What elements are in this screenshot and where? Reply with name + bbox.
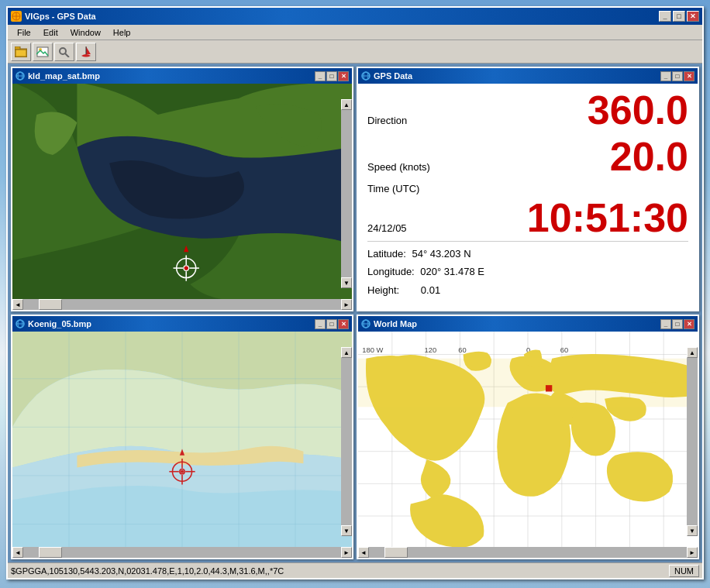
desktop: VIGps - GPS Data _ □ ✕ File Edit Window … xyxy=(0,0,710,588)
sat-map-canvas[interactable] xyxy=(12,84,352,299)
world-vtrack[interactable] xyxy=(687,358,698,525)
longitude-row: Longitude: 020° 31.478 E xyxy=(367,263,688,280)
image-button[interactable] xyxy=(33,43,53,61)
sat-map-scroll-down[interactable]: ▼ xyxy=(341,277,352,288)
world-htrack[interactable] xyxy=(369,547,687,558)
sat-map-close[interactable]: ✕ xyxy=(338,71,349,81)
koenig-map-canvas[interactable] xyxy=(12,332,352,547)
gps-data-minimize[interactable]: _ xyxy=(660,71,671,81)
world-hthumb[interactable] xyxy=(384,547,408,558)
koenig-scroll-right[interactable]: ► xyxy=(341,547,352,558)
koenig-scroll-down[interactable]: ▼ xyxy=(341,525,352,536)
gps-data-maximize[interactable]: □ xyxy=(672,71,683,81)
world-map-titlebar: World Map _ □ ✕ xyxy=(358,316,698,332)
sat-map-maximize[interactable]: □ xyxy=(326,71,337,81)
menu-edit[interactable]: Edit xyxy=(37,26,64,39)
world-map-icon xyxy=(361,319,371,328)
height-label: Height: xyxy=(367,284,399,296)
boat-button[interactable] xyxy=(76,43,96,61)
world-map-close[interactable]: ✕ xyxy=(684,319,694,329)
sat-map-scroll-right[interactable]: ► xyxy=(341,299,352,310)
world-map-maximize[interactable]: □ xyxy=(672,319,683,329)
time-section: Time (UTC) 24/12/05 10:51:30 xyxy=(367,183,688,238)
open-folder-button[interactable] xyxy=(11,43,31,61)
titlebar-controls: _ □ ✕ xyxy=(659,11,699,22)
direction-value: 360.0 xyxy=(588,90,688,130)
koenig-map-title: Koenig_05.bmp xyxy=(28,319,91,328)
sat-map-hscrollbar: ◄ ► xyxy=(12,299,352,310)
sat-map-title: kld_map_sat.bmp xyxy=(28,71,100,81)
svg-marker-10 xyxy=(86,46,91,54)
koenig-map-inner: ▲ ▼ xyxy=(12,332,352,547)
sat-map-vtrack[interactable] xyxy=(341,110,352,277)
koenig-map-window: Koenig_05.bmp _ □ ✕ xyxy=(11,315,353,559)
world-scroll-right[interactable]: ► xyxy=(687,547,698,558)
menu-file[interactable]: File xyxy=(11,26,37,39)
sat-map-hthumb[interactable] xyxy=(39,299,62,310)
world-scroll-up[interactable]: ▲ xyxy=(687,347,698,358)
koenig-map-close[interactable]: ✕ xyxy=(338,319,349,329)
content-area: kld_map_sat.bmp _ □ ✕ xyxy=(8,64,702,562)
speed-value: 20.0 xyxy=(610,136,688,177)
statusbar: $GPGGA,105130,5443.203,N,02031.478,E,1,1… xyxy=(8,562,702,578)
main-title: VIGps - GPS Data xyxy=(25,12,96,21)
sat-map-titlebar: kld_map_sat.bmp _ □ ✕ xyxy=(12,68,352,84)
minimize-button[interactable]: _ xyxy=(659,11,671,22)
menu-help[interactable]: Help xyxy=(107,26,137,39)
svg-text:120: 120 xyxy=(425,346,437,354)
sat-map-htrack[interactable] xyxy=(23,299,341,310)
koenig-map-maximize[interactable]: □ xyxy=(326,319,337,329)
sat-map-icon xyxy=(16,71,25,81)
sat-map-minimize[interactable]: _ xyxy=(315,71,326,81)
menu-window[interactable]: Window xyxy=(64,26,107,39)
sat-map-scroll-up[interactable]: ▲ xyxy=(341,99,352,110)
koenig-scroll-up[interactable]: ▲ xyxy=(341,347,352,358)
world-map-vscrollbar[interactable]: ▲ ▼ xyxy=(687,347,698,536)
svg-rect-5 xyxy=(16,50,26,57)
gps-coords: Latitude: 54° 43.203 N Longitude: 020° 3… xyxy=(367,245,688,299)
close-button[interactable]: ✕ xyxy=(687,11,699,22)
gps-data-icon xyxy=(361,71,371,81)
sat-map-vscrollbar[interactable]: ▲ ▼ xyxy=(341,99,352,288)
world-map-canvas[interactable]: 180 W 120 60 0 60 xyxy=(358,332,698,547)
koenig-map-minimize[interactable]: _ xyxy=(315,319,326,329)
koenig-vtrack[interactable] xyxy=(341,358,352,525)
app-icon xyxy=(11,11,22,22)
koenig-map-wrapper: ▲ ▼ ◄ ► xyxy=(12,332,352,558)
nmea-text: $GPGGA,105130,5443.203,N,02031.478,E,1,1… xyxy=(11,566,669,576)
sat-map-window: kld_map_sat.bmp _ □ ✕ xyxy=(11,67,353,311)
svg-text:60: 60 xyxy=(560,346,568,354)
main-window: VIGps - GPS Data _ □ ✕ File Edit Window … xyxy=(6,6,704,579)
height-value: 0.01 xyxy=(421,284,440,296)
svg-text:180 W: 180 W xyxy=(362,346,383,354)
search-button[interactable] xyxy=(54,43,74,61)
world-map-window: World Map _ □ ✕ xyxy=(357,315,699,559)
sat-map-wrapper: ▲ ▼ ◄ ► xyxy=(12,84,352,310)
direction-label: Direction xyxy=(367,115,468,126)
koenig-htrack[interactable] xyxy=(23,547,341,558)
svg-point-22 xyxy=(184,266,188,270)
speed-label: Speed (knots) xyxy=(367,161,468,173)
longitude-value: 020° 31.478 E xyxy=(420,266,484,277)
koenig-map-vscrollbar[interactable]: ▲ ▼ xyxy=(341,347,352,536)
longitude-label: Longitude: xyxy=(367,266,415,277)
gps-divider xyxy=(367,241,688,242)
latitude-row: Latitude: 54° 43.203 N xyxy=(367,245,688,263)
world-scroll-left[interactable]: ◄ xyxy=(358,547,369,558)
maximize-button[interactable]: □ xyxy=(673,11,685,22)
koenig-hthumb[interactable] xyxy=(39,547,62,558)
gps-data-window: GPS Data _ □ ✕ Direction 360.0 Sp xyxy=(357,67,699,311)
koenig-map-hscrollbar: ◄ ► xyxy=(12,547,352,558)
world-scroll-down[interactable]: ▼ xyxy=(687,525,698,536)
world-map-minimize[interactable]: _ xyxy=(660,319,671,329)
koenig-scroll-left[interactable]: ◄ xyxy=(12,547,23,558)
sat-map-scroll-left[interactable]: ◄ xyxy=(12,299,23,310)
time-value-row: 24/12/05 10:51:30 xyxy=(367,198,688,238)
koenig-map-controls: _ □ ✕ xyxy=(315,319,349,329)
koenig-map-icon xyxy=(16,319,25,328)
world-map-inner: 180 W 120 60 0 60 xyxy=(358,332,698,547)
gps-data-close[interactable]: ✕ xyxy=(684,71,694,81)
gps-data-content: Direction 360.0 Speed (knots) 20.0 Time … xyxy=(358,84,698,310)
speed-row: Speed (knots) 20.0 xyxy=(367,136,688,177)
direction-row: Direction 360.0 xyxy=(367,90,688,130)
